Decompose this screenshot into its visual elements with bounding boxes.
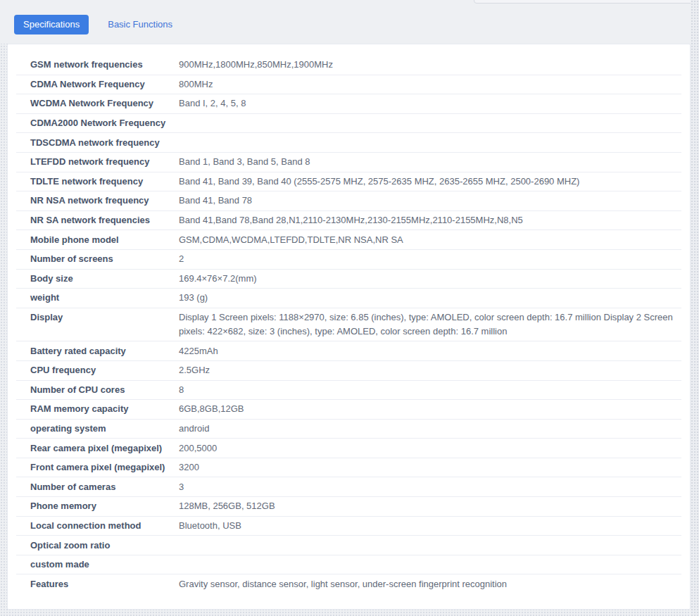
row-value: 128MB, 256GB, 512GB (179, 499, 681, 513)
row-label: CPU frequency (16, 363, 179, 377)
page-scrollbar[interactable] (691, 0, 699, 616)
table-row: Battery rated capacity 4225mAh (16, 341, 681, 361)
row-value: 169.4×76×7.2(mm) (179, 272, 681, 286)
table-row: Number of CPU cores 8 (16, 381, 681, 401)
row-value: Band I, 2, 4, 5, 8 (179, 96, 681, 111)
row-value: android (179, 422, 681, 436)
row-label: Front camera pixel (megapixel) (16, 460, 179, 474)
row-label: weight (16, 291, 179, 305)
table-row: custom made (16, 555, 681, 575)
row-value: 900MHz,1800MHz,850MHz,1900MHz (179, 58, 681, 72)
table-row: Number of cameras 3 (16, 477, 681, 497)
table-row: WCDMA Network Frequency Band I, 2, 4, 5,… (16, 94, 681, 114)
row-value: GSM,CDMA,WCDMA,LTEFDD,TDLTE,NR NSA,NR SA (179, 233, 681, 247)
row-value: 3200 (179, 460, 681, 474)
tab-bar: Specifications Basic Functions (14, 15, 182, 34)
row-label: WCDMA Network Frequency (16, 96, 179, 111)
table-row: Features Gravity sensor, distance sensor… (16, 574, 681, 593)
table-row: GSM network frequencies 900MHz,1800MHz,8… (16, 56, 681, 75)
row-label: GSM network frequencies (16, 58, 179, 72)
row-label: Battery rated capacity (16, 344, 179, 358)
table-row: Body size 169.4×76×7.2(mm) (16, 270, 681, 289)
row-label: Phone memory (16, 499, 179, 513)
table-row: Local connection method Bluetooth, USB (16, 517, 681, 536)
tab-specifications[interactable]: Specifications (14, 15, 89, 34)
table-row: LTEFDD network frequency Band 1, Band 3,… (16, 153, 681, 172)
row-label: operating system (16, 422, 179, 436)
row-value: Display 1 Screen pixels: 1188×2970, size… (179, 310, 681, 339)
row-label: TDLTE network frequency (16, 175, 179, 189)
spec-table: GSM network frequencies 900MHz,1800MHz,8… (16, 56, 681, 593)
table-row: NR NSA network frequency Band 41, Band 7… (16, 191, 681, 211)
table-row: RAM memory capacity 6GB,8GB,12GB (16, 400, 681, 420)
row-value: Gravity sensor, distance sensor, light s… (179, 577, 681, 591)
partial-cutoff-element (474, 0, 693, 4)
table-row: CDMA2000 Network Frequency (16, 114, 681, 134)
row-label: Features (16, 577, 179, 591)
row-value: 4225mAh (179, 344, 681, 358)
row-label: NR SA network frequencies (16, 213, 179, 227)
table-row: Mobile phone model GSM,CDMA,WCDMA,LTEFDD… (16, 230, 681, 250)
table-row: Rear camera pixel (megapixel) 200,5000 (16, 439, 681, 458)
table-row: Optical zoom ratio (16, 536, 681, 555)
table-row: TDSCDMA network frequency (16, 133, 681, 153)
row-value: Band 41, Band 39, Band 40 (2555-2575 MHZ… (179, 175, 681, 189)
row-value: 3 (179, 480, 681, 494)
row-label: CDMA2000 Network Frequency (16, 116, 179, 130)
row-value: 800MHz (179, 77, 681, 92)
table-row: weight 193 (g) (16, 289, 681, 308)
row-value: Band 41,Band 78,Band 28,N1,2110-2130MHz,… (179, 213, 681, 227)
row-value: 2 (179, 252, 681, 266)
row-value: 2.5GHz (179, 363, 681, 377)
table-row: NR SA network frequencies Band 41,Band 7… (16, 211, 681, 231)
row-label: Local connection method (16, 519, 179, 533)
row-label: CDMA Network Frequency (16, 77, 179, 92)
table-row: Phone memory 128MB, 256GB, 512GB (16, 497, 681, 517)
content-card: GSM network frequencies 900MHz,1800MHz,8… (7, 44, 691, 610)
row-label: NR NSA network frequency (16, 194, 179, 208)
row-label: Rear camera pixel (megapixel) (16, 441, 179, 455)
table-row: Front camera pixel (megapixel) 3200 (16, 458, 681, 478)
table-row: CDMA Network Frequency 800MHz (16, 75, 681, 95)
row-value: 8 (179, 383, 681, 397)
row-label: Body size (16, 272, 179, 286)
table-row: CPU frequency 2.5GHz (16, 361, 681, 381)
row-value: 6GB,8GB,12GB (179, 402, 681, 416)
row-label: custom made (16, 558, 179, 572)
row-label: Mobile phone model (16, 233, 179, 247)
row-value: Bluetooth, USB (179, 519, 681, 533)
table-row: operating system android (16, 420, 681, 439)
row-label: Optical zoom ratio (16, 539, 179, 553)
table-row: TDLTE network frequency Band 41, Band 39… (16, 172, 681, 192)
tab-basic-functions[interactable]: Basic Functions (99, 15, 182, 34)
row-label: Display (16, 310, 179, 325)
row-value: 200,5000 (179, 441, 681, 455)
table-row: Display Display 1 Screen pixels: 1188×29… (16, 308, 681, 342)
table-row: Number of screens 2 (16, 250, 681, 270)
row-label: Number of screens (16, 252, 179, 266)
row-value: Band 41, Band 78 (179, 194, 681, 208)
row-label: TDSCDMA network frequency (16, 136, 179, 150)
row-value: 193 (g) (179, 291, 681, 305)
row-label: RAM memory capacity (16, 402, 179, 416)
row-label: LTEFDD network frequency (16, 155, 179, 169)
row-label: Number of CPU cores (16, 383, 179, 397)
row-value: Band 1, Band 3, Band 5, Band 8 (179, 155, 681, 169)
row-label: Number of cameras (16, 480, 179, 494)
